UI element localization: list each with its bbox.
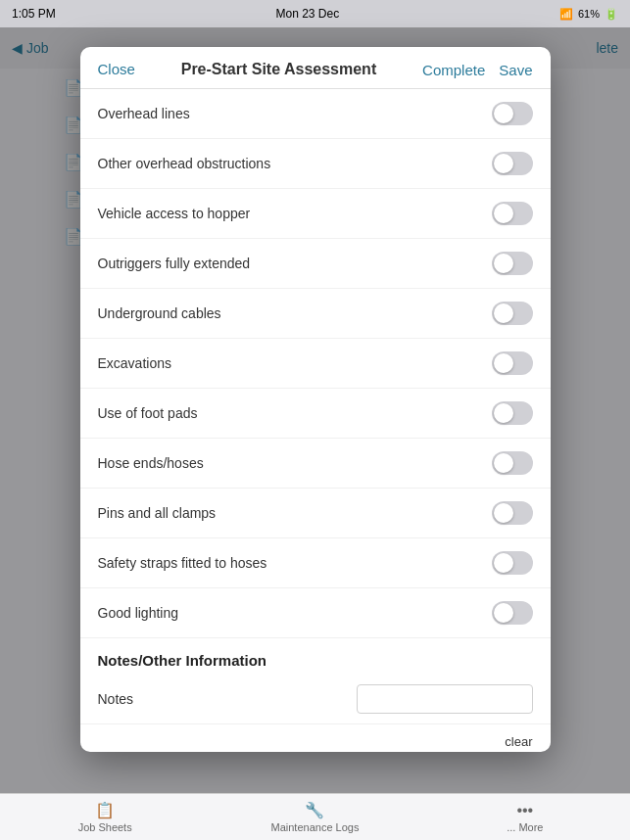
toggle-label-8: Pins and all clamps bbox=[98, 505, 217, 521]
toggle-row-good-lighting: Good lighting bbox=[80, 588, 551, 638]
modal-title: Pre-Start Site Assessment bbox=[181, 61, 377, 78]
complete-button[interactable]: Complete bbox=[422, 62, 485, 78]
toggle-4[interactable] bbox=[492, 302, 533, 325]
notes-label: Notes bbox=[98, 691, 134, 707]
battery-icon: 🔋 bbox=[605, 8, 618, 21]
status-bar: 1:05 PM Mon 23 Dec 📶 61% 🔋 bbox=[0, 0, 630, 27]
signature-row: Signature clear ▶ sign above the line bbox=[80, 724, 551, 752]
toggle-label-5: Excavations bbox=[98, 355, 171, 371]
toggle-row-excavations: Excavations bbox=[80, 339, 551, 389]
wifi-icon: 📶 bbox=[559, 8, 573, 21]
save-button[interactable]: Save bbox=[499, 62, 532, 78]
status-time: 1:05 PM bbox=[12, 7, 56, 21]
modal-header-right: Complete Save bbox=[422, 62, 532, 78]
toggle-3[interactable] bbox=[492, 252, 533, 275]
toggle-10[interactable] bbox=[492, 601, 533, 625]
battery-percent: 61% bbox=[578, 8, 600, 20]
background-screen: ◀ Job lete Al 📄 📄 📄 📄 📄 Close Pre-Start … bbox=[0, 27, 630, 840]
modal-overlay: Close Pre-Start Site Assessment Complete… bbox=[0, 27, 630, 840]
toggle-label-3: Outriggers fully extended bbox=[98, 256, 251, 271]
toggle-row-overhead-lines: Overhead lines bbox=[80, 89, 551, 139]
tab-maintenance-logs-label: Maintenance Logs bbox=[271, 821, 360, 833]
status-date: Mon 23 Dec bbox=[275, 7, 339, 21]
toggle-9[interactable] bbox=[492, 551, 533, 575]
toggle-label-0: Overhead lines bbox=[98, 106, 190, 121]
notes-input[interactable] bbox=[357, 684, 533, 714]
tab-job-sheets[interactable]: 📋 Job Sheets bbox=[0, 801, 210, 833]
modal-body: Overhead lines Other overhead obstructio… bbox=[80, 89, 551, 752]
close-button[interactable]: Close bbox=[98, 61, 135, 77]
toggle-row-outriggers: Outriggers fully extended bbox=[80, 239, 551, 289]
toggle-label-10: Good lighting bbox=[98, 605, 179, 621]
toggle-row-pins-clamps: Pins and all clamps bbox=[80, 489, 551, 538]
toggle-label-9: Safety straps fitted to hoses bbox=[98, 555, 267, 571]
modal-header: Close Pre-Start Site Assessment Complete… bbox=[80, 47, 551, 89]
toggle-row-hose-ends: Hose ends/hoses bbox=[80, 439, 551, 489]
tab-more-label: ... More bbox=[507, 821, 543, 833]
toggle-label-6: Use of foot pads bbox=[98, 405, 198, 421]
modal-panel: Close Pre-Start Site Assessment Complete… bbox=[80, 47, 551, 752]
signature-right: clear ▶ sign above the line bbox=[357, 734, 533, 752]
tab-maintenance-logs[interactable]: 🔧 Maintenance Logs bbox=[210, 801, 419, 833]
notes-section-header: Notes/Other Information bbox=[80, 638, 551, 675]
toggle-row-underground-cables: Underground cables bbox=[80, 289, 551, 339]
signature-clear-button[interactable]: clear bbox=[505, 734, 532, 749]
tab-job-sheets-label: Job Sheets bbox=[78, 821, 132, 833]
status-indicators: 📶 61% 🔋 bbox=[559, 8, 618, 21]
maintenance-logs-icon: 🔧 bbox=[305, 801, 324, 819]
notes-row: Notes bbox=[80, 675, 551, 724]
toggle-6[interactable] bbox=[492, 401, 533, 425]
toggle-row-other-overhead: Other overhead obstructions bbox=[80, 139, 551, 189]
toggle-7[interactable] bbox=[492, 451, 533, 475]
toggle-label-4: Underground cables bbox=[98, 305, 221, 321]
toggle-1[interactable] bbox=[492, 152, 533, 175]
toggle-5[interactable] bbox=[492, 351, 533, 375]
toggle-0[interactable] bbox=[492, 102, 533, 125]
job-sheets-icon: 📋 bbox=[95, 801, 115, 819]
toggle-label-2: Vehicle access to hopper bbox=[98, 206, 251, 221]
toggle-row-foot-pads: Use of foot pads bbox=[80, 389, 551, 439]
toggle-label-1: Other overhead obstructions bbox=[98, 156, 271, 171]
more-icon: ••• bbox=[516, 802, 533, 819]
tab-more[interactable]: ••• ... More bbox=[420, 802, 630, 833]
toggle-8[interactable] bbox=[492, 501, 533, 525]
toggle-2[interactable] bbox=[492, 202, 533, 225]
toggle-row-vehicle-access: Vehicle access to hopper bbox=[80, 189, 551, 239]
toggle-label-7: Hose ends/hoses bbox=[98, 455, 204, 471]
modal-header-left: Close bbox=[98, 61, 135, 78]
toggle-row-safety-straps: Safety straps fitted to hoses bbox=[80, 538, 551, 588]
tab-bar: 📋 Job Sheets 🔧 Maintenance Logs ••• ... … bbox=[0, 793, 630, 840]
